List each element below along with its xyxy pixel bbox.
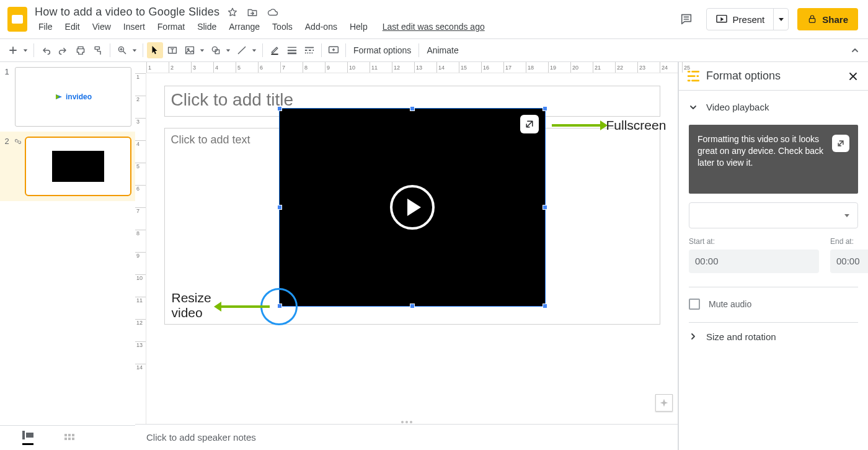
resize-label: Resize video [172, 290, 211, 320]
menu-file[interactable]: File [33, 20, 58, 33]
video-element[interactable] [279, 108, 546, 307]
cloud-saved-icon[interactable] [267, 7, 279, 18]
border-dash-button[interactable] [301, 42, 317, 58]
shape-tool[interactable] [208, 42, 232, 58]
thumb-video-placeholder [52, 151, 104, 182]
image-tool[interactable] [182, 42, 206, 58]
menu-arrange[interactable]: Arrange [224, 20, 265, 33]
svg-point-8 [212, 47, 217, 52]
svg-rect-13 [288, 53, 296, 55]
format-options-tool[interactable]: Format options [350, 45, 415, 55]
video-preview-box: Formatting this video so it looks great … [689, 125, 858, 194]
slide-thumb-1[interactable]: 1 invideo [0, 62, 135, 132]
side-panel-title: Format options [706, 70, 842, 83]
size-rotation-section[interactable]: Size and rotation [689, 322, 858, 342]
menu-insert[interactable]: Insert [118, 20, 150, 33]
paint-format-button[interactable] [90, 42, 106, 58]
line-tool[interactable] [234, 42, 259, 58]
insert-comment-button[interactable] [326, 42, 342, 58]
grid-view-icon[interactable] [64, 434, 74, 443]
chevron-down-icon [689, 103, 698, 112]
move-icon[interactable] [247, 7, 258, 18]
resize-handle-n[interactable] [410, 106, 415, 111]
select-tool[interactable] [147, 42, 163, 58]
present-label: Present [733, 14, 765, 25]
svg-rect-25 [72, 434, 74, 436]
playback-mode-select[interactable] [689, 202, 858, 228]
menu-format[interactable]: Format [153, 20, 190, 33]
menu-slide[interactable]: Slide [192, 20, 221, 33]
menu-addons[interactable]: Add-ons [300, 20, 342, 33]
slide-canvas[interactable]: Click to add title Click to add text [164, 86, 660, 371]
last-edit-link[interactable]: Last edit was seconds ago [378, 20, 490, 33]
undo-button[interactable] [38, 42, 54, 58]
start-at-input[interactable] [689, 250, 819, 273]
new-slide-button[interactable] [5, 42, 30, 58]
border-color-button[interactable] [267, 42, 283, 58]
resize-handle-nw[interactable] [277, 106, 282, 111]
menu-tools[interactable]: Tools [267, 20, 298, 33]
comments-icon[interactable] [675, 8, 698, 30]
svg-rect-21 [22, 431, 25, 439]
resize-handle-s[interactable] [410, 304, 415, 308]
end-at-label: End at: [830, 237, 868, 246]
star-icon[interactable] [227, 7, 238, 18]
horizontal-ruler: 1234567891011121314151617181920212223242… [146, 62, 678, 73]
svg-rect-19 [691, 79, 699, 81]
collapse-toolbar-button[interactable] [847, 42, 863, 58]
fullscreen-icon[interactable] [520, 115, 539, 133]
animate-tool[interactable]: Animate [423, 45, 462, 55]
doc-name[interactable]: How to add a video to Google Slides [33, 6, 219, 19]
svg-rect-17 [688, 75, 696, 77]
explore-button[interactable] [655, 394, 673, 412]
svg-rect-20 [688, 79, 691, 81]
mute-audio-row[interactable]: Mute audio [689, 287, 858, 310]
svg-rect-10 [271, 54, 278, 55]
svg-rect-11 [288, 47, 296, 48]
svg-rect-22 [26, 433, 33, 438]
slide-thumb-2[interactable]: 2 [0, 132, 135, 201]
svg-rect-3 [810, 19, 815, 23]
present-button[interactable]: Present [707, 9, 774, 30]
close-panel-icon[interactable] [848, 71, 858, 81]
border-weight-button[interactable] [284, 42, 300, 58]
svg-rect-12 [288, 50, 296, 51]
slides-filmstrip[interactable]: 1 invideo 2 [0, 62, 135, 450]
end-at-input[interactable] [830, 250, 868, 273]
filmstrip-view-icon[interactable] [22, 431, 33, 445]
share-label: Share [822, 14, 848, 25]
menu-view[interactable]: View [87, 20, 116, 33]
svg-rect-26 [64, 438, 67, 440]
present-dropdown[interactable] [773, 9, 788, 30]
redo-button[interactable] [55, 42, 71, 58]
video-playback-section[interactable]: Video playback [689, 98, 858, 116]
open-new-icon[interactable] [832, 135, 849, 152]
svg-rect-28 [72, 438, 74, 440]
svg-rect-23 [64, 434, 67, 436]
pane-resize-grip[interactable] [401, 421, 412, 423]
svg-rect-18 [696, 75, 699, 77]
invideo-logo: invideo [55, 92, 92, 101]
speaker-notes[interactable]: Click to add speaker notes [135, 424, 678, 450]
link-indicator-icon [15, 137, 21, 196]
menu-help[interactable]: Help [345, 20, 373, 33]
start-at-label: Start at: [689, 237, 819, 246]
vertical-ruler: 1234567891011121314 [135, 73, 146, 424]
print-button[interactable] [73, 42, 89, 58]
zoom-button[interactable] [114, 42, 139, 58]
resize-handle-e[interactable] [542, 205, 547, 210]
svg-rect-1 [12, 15, 23, 24]
mute-audio-checkbox[interactable] [689, 299, 700, 310]
format-options-panel: Format options Video playback Formatting… [678, 62, 868, 450]
svg-point-7 [187, 48, 188, 50]
resize-handle-se[interactable] [542, 304, 547, 308]
resize-handle-ne[interactable] [542, 106, 547, 111]
play-icon[interactable] [390, 185, 435, 230]
svg-rect-24 [68, 434, 71, 436]
slides-app-logo[interactable] [4, 6, 31, 33]
fullscreen-label: Fullscreen [606, 118, 666, 133]
share-button[interactable]: Share [797, 8, 858, 30]
textbox-tool[interactable] [164, 42, 180, 58]
menu-edit[interactable]: Edit [60, 20, 85, 33]
resize-handle-w[interactable] [277, 205, 282, 210]
